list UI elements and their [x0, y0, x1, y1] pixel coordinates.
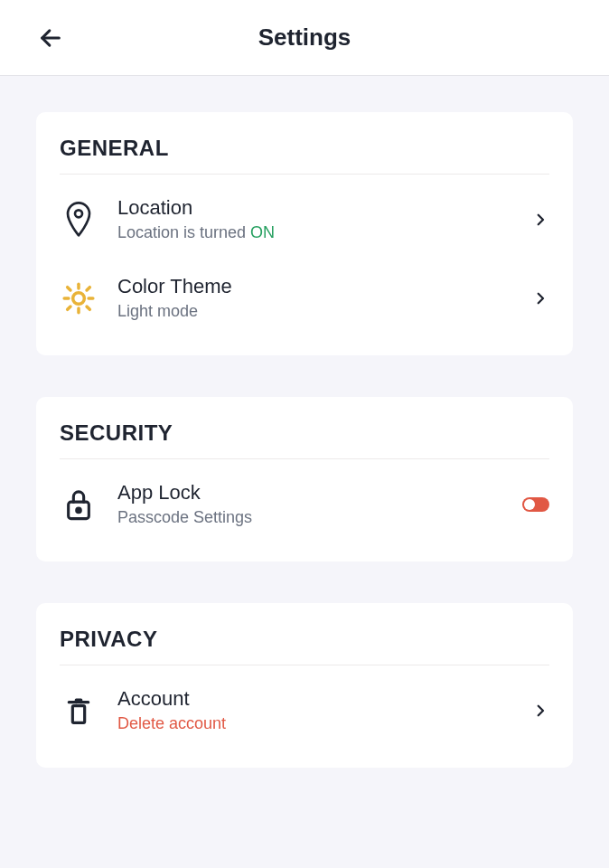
row-text: Account Delete account: [117, 687, 531, 733]
section-security: SECURITY App Lock Passcode Settings: [36, 397, 573, 561]
row-text: Color Theme Light mode: [117, 275, 531, 321]
chevron-right-icon: [531, 289, 549, 307]
theme-title: Color Theme: [117, 275, 531, 298]
row-applock[interactable]: App Lock Passcode Settings: [60, 465, 549, 543]
svg-point-12: [77, 508, 81, 513]
row-text: App Lock Passcode Settings: [117, 481, 522, 527]
applock-title: App Lock: [117, 481, 522, 505]
svg-line-6: [87, 307, 89, 309]
row-text: Location Location is turned ON: [117, 196, 531, 242]
location-sub-state: ON: [250, 223, 275, 241]
divider: [60, 174, 549, 175]
section-general: GENERAL Location Location is turned ON: [36, 112, 573, 355]
section-title-privacy: PRIVACY: [60, 627, 549, 652]
row-location[interactable]: Location Location is turned ON: [60, 180, 549, 259]
svg-point-2: [73, 292, 85, 304]
sun-icon: [60, 279, 98, 317]
back-button[interactable]: [34, 22, 67, 54]
divider: [60, 458, 549, 459]
applock-subtitle: Passcode Settings: [117, 508, 522, 527]
svg-line-10: [87, 287, 89, 289]
page-title: Settings: [34, 24, 575, 52]
svg-line-9: [68, 307, 70, 309]
header: Settings: [0, 0, 609, 76]
account-subtitle: Delete account: [117, 714, 531, 733]
content: GENERAL Location Location is turned ON: [0, 76, 609, 845]
applock-toggle[interactable]: [522, 497, 549, 512]
location-pin-icon: [60, 201, 98, 239]
location-subtitle: Location is turned ON: [117, 223, 531, 242]
svg-point-1: [75, 210, 82, 217]
arrow-left-icon: [38, 25, 63, 51]
section-title-general: GENERAL: [60, 136, 549, 161]
svg-line-5: [68, 287, 70, 289]
svg-rect-14: [72, 705, 84, 722]
row-theme[interactable]: Color Theme Light mode: [60, 259, 549, 337]
theme-subtitle: Light mode: [117, 302, 531, 321]
trash-icon: [60, 692, 98, 730]
location-sub-prefix: Location is turned: [117, 223, 250, 241]
lock-icon: [60, 486, 98, 524]
location-title: Location: [117, 196, 531, 220]
divider: [60, 665, 549, 665]
row-account[interactable]: Account Delete account: [60, 671, 549, 750]
section-privacy: PRIVACY Account Delete account: [36, 603, 573, 768]
chevron-right-icon: [531, 211, 549, 229]
section-title-security: SECURITY: [60, 420, 549, 446]
chevron-right-icon: [531, 702, 549, 720]
account-title: Account: [117, 687, 531, 711]
